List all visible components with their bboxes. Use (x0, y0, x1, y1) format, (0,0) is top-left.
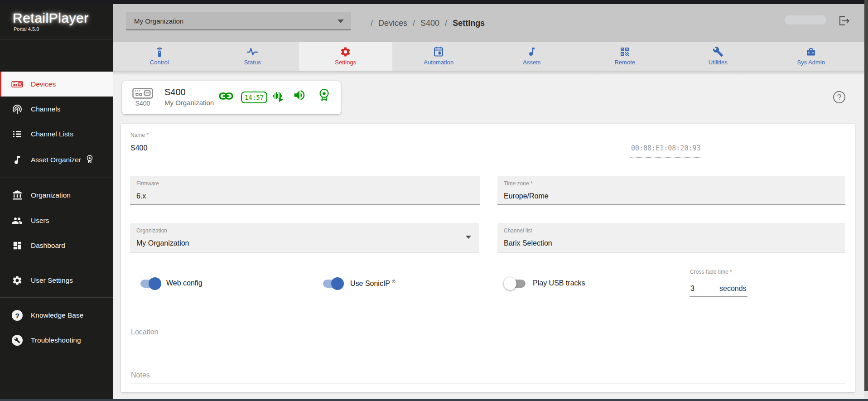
device-time-badge: 14:57 (241, 92, 267, 103)
sidebar-item-user-settings[interactable]: User Settings (0, 268, 113, 293)
premium-badge-icon (86, 155, 93, 165)
channel-list-value: Barix Selection (504, 239, 552, 247)
tab-label: Automation (424, 59, 453, 66)
name-field-underline (130, 157, 603, 157)
sidebar-item-asset-organizer[interactable]: Asset Organizer (0, 147, 113, 172)
tab-status[interactable]: Status (206, 42, 299, 71)
window-bottom-edge (0, 399, 868, 401)
breadcrumb-s400[interactable]: S400 (420, 19, 439, 28)
play-usb-tracks-label: Play USB tracks (533, 279, 585, 287)
organization-selector[interactable]: My Organization (126, 12, 351, 30)
sidebar-item-label: Dashboard (31, 242, 65, 250)
wrench-icon (713, 46, 723, 58)
sidebar-item-users[interactable]: Users (0, 208, 113, 233)
toolbox-icon (805, 46, 816, 58)
speaker-icon (293, 88, 306, 104)
question-circle-icon: ? (11, 309, 23, 321)
name-field-value[interactable]: S400 (130, 144, 147, 152)
use-sonicip-toggle[interactable] (323, 280, 343, 288)
sidebar-item-channel-lists[interactable]: Channel Lists (0, 121, 113, 146)
device-title: S400 (164, 87, 186, 97)
users-icon (11, 215, 23, 227)
tab-assets[interactable]: Assets (485, 42, 579, 71)
organization-value: My Organization (136, 239, 189, 247)
breadcrumb-settings: Settings (453, 19, 485, 28)
sidebar-item-organization[interactable]: Organization (0, 183, 113, 208)
link-status-icon (219, 90, 233, 104)
timezone-field[interactable]: Time zone * Europe/Rome (497, 176, 845, 205)
sidebar-item-label: Asset Organizer (31, 156, 81, 164)
sidebar-item-troubleshooting[interactable]: Troubleshooting (0, 328, 113, 353)
toggle-knob (331, 277, 344, 290)
use-sonicip-label: Use SonicIP ® (350, 279, 395, 288)
crossfade-label: Cross-fade time * (690, 269, 732, 275)
sidebar: RetailPlayer Portal 4.5.0 Devices Channe… (0, 0, 113, 401)
pulse-icon (246, 46, 258, 58)
tab-remote[interactable]: Remote (579, 42, 672, 71)
location-field-placeholder[interactable]: Location (131, 328, 159, 336)
sidebar-divider (0, 39, 113, 39)
organization-field[interactable]: Organization My Organization (130, 223, 479, 252)
toggle-knob (149, 277, 161, 290)
tab-utilities[interactable]: Utilities (671, 42, 765, 71)
tab-label: Status (244, 59, 261, 66)
web-config-label: Web config (166, 279, 203, 287)
firmware-value: 6.x (136, 192, 146, 200)
app-version: Portal 4.5.0 (14, 26, 39, 32)
help-button[interactable]: ? (833, 91, 845, 103)
timezone-label: Time zone * (504, 180, 533, 187)
tab-sys-admin[interactable]: Sys Admin (765, 42, 858, 71)
tab-settings[interactable]: Settings (299, 42, 392, 71)
organization-icon (11, 189, 23, 201)
sidebar-item-label: Channel Lists (31, 130, 73, 138)
channel-lists-icon (11, 128, 23, 140)
asset-organizer-icon (11, 154, 23, 166)
sidebar-item-devices[interactable]: Devices (0, 72, 113, 97)
wrench-circle-icon (11, 334, 23, 346)
voice-announcement-icon (273, 91, 286, 105)
breadcrumb-devices[interactable]: Devices (378, 19, 407, 28)
tab-label: Utilities (709, 59, 728, 66)
channels-icon (11, 103, 23, 115)
crossfade-underline (690, 296, 747, 297)
logout-button[interactable] (838, 15, 850, 26)
sidebar-divider (0, 178, 113, 178)
devices-icon (11, 78, 23, 90)
sidebar-item-label: Knowledge Base (31, 311, 83, 319)
tab-automation[interactable]: Automation (392, 42, 486, 71)
play-usb-tracks-toggle[interactable] (506, 280, 526, 288)
breadcrumb-separator: / (371, 19, 373, 28)
web-config-toggle[interactable] (140, 280, 160, 288)
calendar-gear-icon (433, 46, 444, 58)
device-card: S400 S400 My Organization 14:57 (122, 81, 341, 114)
tab-control[interactable]: Control (113, 42, 206, 71)
qr-code-icon (619, 46, 630, 58)
tab-label: Remote (614, 59, 635, 66)
sidebar-item-channels[interactable]: Channels (0, 97, 113, 121)
notes-field-underline (130, 383, 845, 383)
notes-field-placeholder[interactable]: Notes (131, 371, 150, 379)
tab-label: Sys Admin (797, 59, 825, 66)
location-field-underline (130, 340, 845, 340)
crossfade-value[interactable]: 3 (690, 285, 694, 293)
firmware-field: Firmware 6.x (130, 176, 480, 205)
topbar: My Organization / Devices / S400 / Setti… (113, 4, 864, 42)
tab-bar: Control Status Settings (113, 42, 858, 71)
tab-label: Control (150, 59, 169, 66)
tabbar-shadow (113, 71, 864, 75)
app-logo: RetailPlayer (13, 10, 89, 26)
music-note-icon (526, 46, 537, 58)
breadcrumb-separator: / (445, 19, 447, 28)
sidebar-item-knowledge-base[interactable]: ? Knowledge Base (0, 303, 113, 328)
sidebar-item-dashboard[interactable]: Dashboard (0, 233, 113, 258)
organization-selector-value: My Organization (134, 17, 183, 24)
channel-list-field[interactable]: Channel list Barix Selection (497, 223, 845, 252)
toggle-knob (504, 277, 516, 290)
breadcrumb-separator: / (413, 19, 415, 28)
gear-icon (340, 46, 351, 58)
sidebar-item-label: Devices (31, 80, 56, 88)
mac-address-field: 00:08:E1:08:20:93 (630, 144, 702, 158)
sidebar-item-label: Troubleshooting (31, 336, 81, 344)
device-organization: My Organization (164, 99, 214, 106)
sidebar-divider (0, 263, 113, 263)
